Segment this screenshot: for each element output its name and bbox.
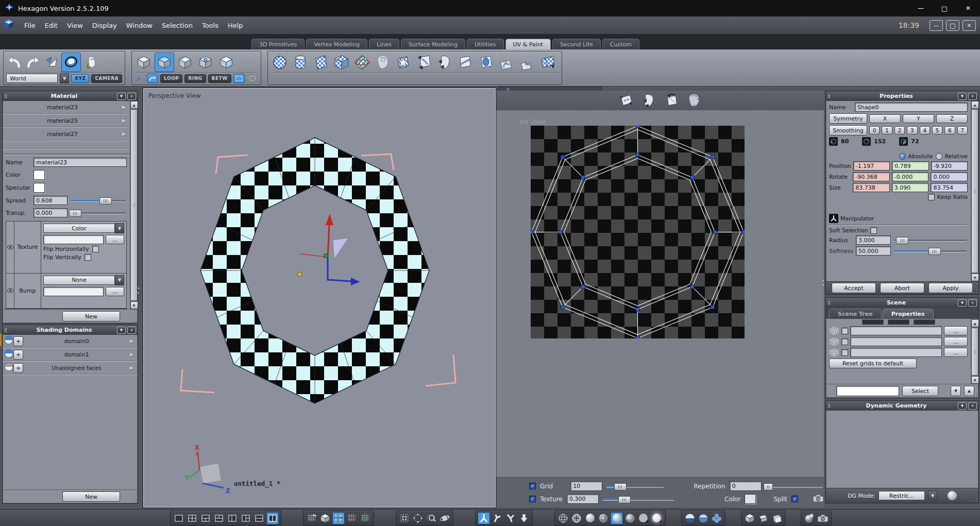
- new-domain-button[interactable]: New: [62, 491, 120, 502]
- flip-vertically-checkbox[interactable]: [85, 254, 91, 261]
- layout-two-columns-icon[interactable]: [226, 512, 239, 524]
- repetition-slider[interactable]: [765, 483, 824, 490]
- cubic-uv-mapping-icon[interactable]: [332, 53, 351, 72]
- snapshot-camera-icon[interactable]: [817, 512, 829, 524]
- add-to-domain-button[interactable]: +: [13, 336, 23, 346]
- shaded-icon[interactable]: [584, 512, 596, 524]
- area-select-cube-icon[interactable]: [216, 53, 236, 72]
- betw-button[interactable]: BETW: [208, 74, 231, 83]
- select-next-icon[interactable]: [964, 386, 974, 396]
- material-list-item[interactable]: material27: [3, 128, 130, 140]
- uv-texture-map[interactable]: [531, 126, 745, 338]
- select-visible-icon[interactable]: [43, 53, 60, 72]
- ghost-shaded-icon[interactable]: [651, 512, 663, 524]
- uv-color-swatch[interactable]: [745, 494, 756, 504]
- clipped-icon[interactable]: [888, 319, 909, 325]
- texture-slider[interactable]: [602, 496, 675, 503]
- x-axis-grid-icon[interactable]: [346, 512, 358, 524]
- bump-browse-button[interactable]: ...: [106, 287, 124, 296]
- menu-selection[interactable]: Selection: [157, 20, 197, 31]
- spread-input[interactable]: 0.608: [33, 196, 67, 205]
- select-prev-icon[interactable]: [951, 386, 961, 396]
- scroll-thumb[interactable]: ⣿: [971, 109, 978, 273]
- scene-scrollbar[interactable]: ⣿: [971, 319, 978, 384]
- bump-type-dropdown[interactable]: None: [43, 275, 124, 285]
- shading-domain-row[interactable]: + domain1: [3, 348, 138, 361]
- dg-mode-value[interactable]: Restric...: [878, 491, 925, 500]
- menu-tools[interactable]: Tools: [197, 20, 223, 31]
- material-name-input[interactable]: material23: [33, 158, 127, 167]
- texture-browse-button[interactable]: ...: [106, 235, 124, 244]
- scene-panel-titlebar[interactable]: ⣿ Scene: [826, 298, 978, 308]
- maximize-icon[interactable]: [933, 0, 956, 16]
- half-blue-sphere-icon[interactable]: [684, 512, 696, 524]
- grid-file-input[interactable]: [850, 348, 942, 357]
- panel-grip-icon[interactable]: ⣿: [4, 328, 11, 332]
- scroll-up-icon[interactable]: [130, 101, 138, 109]
- position-y-input[interactable]: 0.789: [892, 161, 928, 171]
- point-select-cube-icon[interactable]: [196, 53, 215, 72]
- smoothing-7-button[interactable]: 7: [957, 126, 968, 134]
- smoothing-6-button[interactable]: 6: [944, 126, 955, 134]
- shape-name-input[interactable]: Shape0: [855, 103, 968, 112]
- shaded-wire-icon[interactable]: [597, 512, 610, 524]
- grid-visible-checkbox[interactable]: [841, 349, 848, 356]
- size-x-input[interactable]: 83.738: [853, 183, 890, 192]
- scroll-down-icon[interactable]: [130, 301, 138, 309]
- wireframe-dense-icon[interactable]: [570, 512, 583, 524]
- marquee-select-icon[interactable]: [233, 74, 245, 83]
- absolute-radio[interactable]: [899, 153, 906, 160]
- size-y-input[interactable]: 3.090: [892, 183, 929, 192]
- rotate-x-input[interactable]: -90.368: [853, 172, 890, 181]
- scene-panel-menu-icon[interactable]: [958, 299, 967, 307]
- grid-snap-icon[interactable]: [306, 512, 318, 524]
- properties-scrollbar[interactable]: ⣿: [971, 101, 978, 281]
- accept-button[interactable]: Accept: [832, 283, 876, 293]
- transp-input[interactable]: 0.000: [33, 208, 67, 217]
- relative-radio[interactable]: [936, 153, 942, 160]
- color-swatch[interactable]: [33, 170, 45, 180]
- prism-display-icon[interactable]: [757, 512, 769, 524]
- expand-arrow-icon[interactable]: [130, 352, 133, 357]
- zoom-region-icon[interactable]: [425, 512, 437, 524]
- world-selector[interactable]: World: [6, 74, 58, 83]
- layout-two-rows-icon[interactable]: [253, 512, 265, 524]
- position-x-input[interactable]: -1.197: [853, 161, 890, 171]
- properties-panel-menu-icon[interactable]: [958, 93, 967, 100]
- camera-button[interactable]: CAMERA: [91, 74, 122, 83]
- smoothing-0-button[interactable]: 0: [869, 126, 880, 134]
- layout-split-vertical-icon[interactable]: [266, 512, 279, 524]
- rotate-z-input[interactable]: 0.000: [931, 172, 968, 181]
- shading-domain-row[interactable]: + Unassigned faces: [3, 362, 138, 374]
- relax-uv-icon[interactable]: [435, 53, 454, 72]
- smoothing-3-button[interactable]: 3: [907, 126, 917, 134]
- tab-second-life[interactable]: Second Life: [552, 39, 601, 49]
- material-scrollbar[interactable]: ⣿: [130, 101, 138, 309]
- size-z-input[interactable]: 83.754: [931, 183, 968, 192]
- keep-ratio-checkbox[interactable]: [928, 194, 935, 200]
- smoothing-1-button[interactable]: 1: [882, 126, 892, 134]
- grow-selection-icon[interactable]: [147, 74, 158, 83]
- stacked-planes-icon[interactable]: [770, 512, 783, 524]
- clipped-icon[interactable]: [862, 319, 884, 325]
- resize-grip-icon[interactable]: [132, 498, 137, 503]
- resize-grip-icon[interactable]: [973, 289, 978, 294]
- abort-button[interactable]: Abort: [880, 283, 924, 293]
- softness-input[interactable]: 50.000: [856, 246, 891, 256]
- axis-grid-icon[interactable]: [332, 512, 345, 524]
- dg-panel-close-icon[interactable]: [968, 402, 977, 410]
- paint-airbrush-icon[interactable]: [517, 53, 537, 72]
- grid-checkbox[interactable]: [529, 483, 536, 489]
- dock-close-icon[interactable]: [962, 20, 976, 31]
- reset-grids-button[interactable]: Reset grids to default: [829, 359, 917, 368]
- face-select-cube-icon[interactable]: [155, 53, 174, 72]
- symmetry-x-button[interactable]: X: [869, 114, 901, 123]
- bump-visible-cell[interactable]: [6, 274, 14, 309]
- texture-type-dropdown-icon[interactable]: [115, 223, 124, 233]
- loop-button[interactable]: LOOP: [160, 74, 182, 83]
- flat-shaded-icon[interactable]: [637, 512, 650, 524]
- scene-tree-tab[interactable]: Scene Tree: [829, 309, 882, 319]
- shading-panel-close-icon[interactable]: [127, 327, 136, 334]
- material-panel-menu-icon[interactable]: [117, 93, 126, 100]
- transp-slider[interactable]: [70, 209, 127, 216]
